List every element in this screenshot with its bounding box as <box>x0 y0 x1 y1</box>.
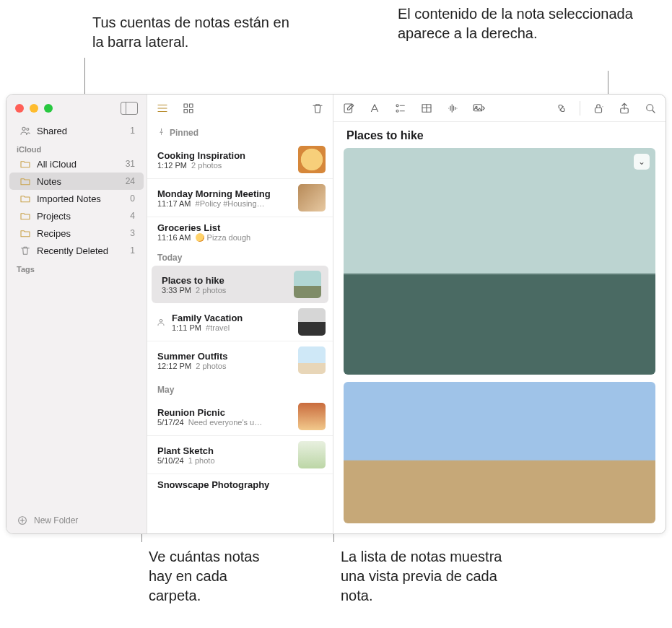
shared-indicator-icon <box>156 317 166 327</box>
list-section-pinned: Pinned <box>147 122 333 141</box>
close-button[interactable] <box>15 104 24 113</box>
pin-icon <box>157 128 165 138</box>
svg-rect-14 <box>595 108 602 113</box>
sidebar-item-imported[interactable]: Imported Notes 0 <box>9 190 144 207</box>
note-row[interactable]: Family Vacation 1:11 PM #travel <box>147 303 333 341</box>
note-row[interactable]: Plant Sketch 5/10/24 1 photo <box>147 436 333 474</box>
sidebar-shared[interactable]: Shared 1 <box>9 122 144 139</box>
note-content-column: Places to hike ⌄ <box>333 95 666 533</box>
share-button[interactable] <box>616 100 632 116</box>
audio-button[interactable] <box>445 100 461 116</box>
note-title: Plant Sketch <box>157 445 292 456</box>
note-row[interactable]: Cooking Inspiration 1:12 PM 2 photos <box>147 141 333 179</box>
svg-rect-5 <box>184 110 188 113</box>
new-note-button[interactable] <box>341 100 357 116</box>
content-toolbar <box>333 95 666 122</box>
svg-point-7 <box>160 319 162 322</box>
note-row[interactable]: Summer Outfits 12:12 PM 2 photos <box>147 341 333 379</box>
callout-accounts: Tus cuentas de notas están en la barra l… <box>92 13 294 52</box>
toolbar-separator <box>580 101 580 115</box>
lock-button[interactable] <box>590 100 606 116</box>
list-section-label: Pinned <box>170 128 198 138</box>
sidebar-item-deleted[interactable]: Recently Deleted 1 <box>9 242 144 259</box>
note-photo[interactable] <box>344 382 655 523</box>
callout-content: El contenido de la nota seleccionada apa… <box>398 4 636 43</box>
pizza-icon <box>196 233 204 242</box>
new-folder-button[interactable]: New Folder <box>6 507 147 533</box>
note-body[interactable]: ⌄ <box>333 148 666 533</box>
note-thumbnail <box>294 271 321 298</box>
folder-icon <box>19 158 31 170</box>
list-section-label: Today <box>157 253 182 263</box>
note-row[interactable]: Places to hike 3:33 PM 2 photos <box>152 266 328 303</box>
list-section-may: May <box>147 379 333 398</box>
note-row[interactable]: Reunion Picnic 5/17/24 Need everyone's u… <box>147 398 333 436</box>
sidebar-item-label: Projects <box>37 211 71 222</box>
sidebar-item-count: 1 <box>130 245 135 256</box>
note-thumbnail <box>298 308 326 336</box>
sidebar-item-count: 4 <box>130 211 135 221</box>
note-row[interactable]: Groceries List 11:16 AM Pizza dough <box>147 217 333 247</box>
checklist-button[interactable] <box>393 100 409 116</box>
note-title: Reunion Picnic <box>157 407 292 418</box>
note-content-title: Places to hike <box>333 122 666 148</box>
note-title: Places to hike <box>162 275 288 286</box>
delete-note-button[interactable] <box>310 100 326 116</box>
sidebar-item-count: 3 <box>130 228 135 238</box>
folder-icon <box>19 227 31 239</box>
note-title: Summer Outfits <box>157 351 292 362</box>
folder-icon <box>19 193 31 204</box>
note-thumbnail <box>298 346 326 374</box>
svg-point-16 <box>647 104 653 110</box>
plus-circle-icon <box>17 515 28 526</box>
list-toolbar <box>147 95 333 122</box>
minimize-button[interactable] <box>30 104 38 113</box>
sidebar-item-all-icloud[interactable]: All iCloud 31 <box>9 155 144 173</box>
sidebar-item-label: All iCloud <box>37 159 77 170</box>
fullscreen-button[interactable] <box>44 104 53 113</box>
sidebar-shared-label: Shared <box>37 126 67 136</box>
format-button[interactable] <box>367 100 383 116</box>
list-section-today: Today <box>147 247 333 266</box>
note-thumbnail <box>298 403 326 430</box>
photo-expand-button[interactable]: ⌄ <box>634 154 650 170</box>
search-button[interactable] <box>642 100 658 116</box>
note-photo[interactable]: ⌄ <box>344 148 655 375</box>
sidebar-item-projects[interactable]: Projects 4 <box>9 207 144 224</box>
note-row[interactable]: Monday Morning Meeting 11:17 AM #Policy … <box>147 179 333 217</box>
link-button[interactable] <box>554 100 570 116</box>
sidebar-item-notes[interactable]: Notes 24 <box>9 173 144 190</box>
note-subtitle: 12:12 PM 2 photos <box>157 362 292 370</box>
sidebar-item-count: 0 <box>130 193 135 204</box>
sidebar-item-label: Notes <box>37 176 61 187</box>
sidebar-item-count: 31 <box>126 159 135 169</box>
callout-preview: La lista de notas muestra una vista prev… <box>341 547 521 606</box>
table-button[interactable] <box>419 100 435 116</box>
svg-point-1 <box>27 128 29 130</box>
notes-list[interactable]: Pinned Cooking Inspiration 1:12 PM 2 pho… <box>147 122 333 533</box>
note-subtitle: 5/17/24 Need everyone's u… <box>157 418 292 427</box>
sidebar-item-count: 24 <box>126 176 135 186</box>
sidebar-item-recipes[interactable]: Recipes 3 <box>9 224 144 242</box>
list-view-button[interactable] <box>154 100 170 116</box>
note-subtitle: 3:33 PM 2 photos <box>162 286 288 295</box>
svg-point-9 <box>396 104 398 106</box>
note-thumbnail <box>298 441 326 468</box>
note-row[interactable]: Snowscape Photography <box>147 474 333 495</box>
svg-rect-3 <box>184 104 188 108</box>
svg-rect-4 <box>190 104 193 108</box>
note-title: Cooking Inspiration <box>157 150 292 161</box>
sidebar-item-label: Recipes <box>37 228 71 239</box>
window-controls <box>15 104 53 113</box>
media-button[interactable] <box>471 100 486 116</box>
new-folder-label: New Folder <box>34 515 78 525</box>
toggle-sidebar-button[interactable] <box>121 102 138 115</box>
people-icon <box>19 125 31 136</box>
grid-view-button[interactable] <box>180 100 196 116</box>
note-title: Snowscape Photography <box>157 479 326 490</box>
sidebar-shared-count: 1 <box>130 126 135 136</box>
svg-rect-6 <box>190 110 193 113</box>
trash-icon <box>19 245 31 256</box>
window-titlebar <box>6 95 147 122</box>
svg-point-0 <box>22 127 25 130</box>
